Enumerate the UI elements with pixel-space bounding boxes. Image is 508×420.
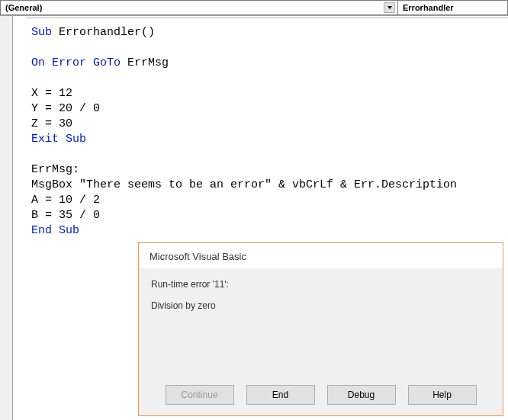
dialog-titlebar: Microsoft Visual Basic (139, 243, 503, 268)
separator-line (26, 18, 508, 18)
object-dropdown-value: (General) (5, 3, 42, 12)
procedure-dropdown[interactable]: Errorhandler (397, 0, 508, 15)
code-line: Z = 30 (31, 117, 72, 130)
error-dialog: Microsoft Visual Basic Run-time error '1… (138, 242, 503, 416)
keyword: Exit Sub (31, 133, 86, 146)
keyword: End Sub (31, 224, 79, 237)
object-dropdown[interactable]: (General) (0, 0, 397, 15)
code-line: B = 35 / 0 (31, 209, 100, 222)
dropdown-toolbar: (General) Errorhandler (0, 0, 508, 16)
keyword: On Error GoTo (31, 56, 127, 69)
code-line: ErrMsg: (31, 163, 79, 176)
code-line: X = 12 (31, 87, 72, 100)
code-line: A = 10 / 2 (31, 194, 100, 207)
continue-button: Continue (166, 385, 234, 405)
code-line: MsgBox "There seems to be an error" & vb… (31, 178, 464, 191)
keyword: Sub (31, 26, 59, 39)
label: ErrMsg (127, 56, 169, 69)
editor-gutter (0, 16, 13, 420)
error-description: Division by zero (151, 300, 490, 311)
identifier: Errorhandler() (59, 26, 155, 39)
code-line: Y = 20 / 0 (31, 102, 100, 115)
dialog-body: Run-time error '11': Division by zero (139, 268, 503, 332)
dialog-button-row: Continue End Debug Help (139, 385, 503, 405)
dialog-title: Microsoft Visual Basic (150, 251, 492, 262)
error-number: Run-time error '11': (151, 279, 490, 290)
code-text[interactable]: Sub Errorhandler() On Error GoTo ErrMsg … (13, 24, 508, 239)
debug-button[interactable]: Debug (327, 385, 396, 405)
end-button[interactable]: End (246, 385, 315, 405)
help-button[interactable]: Help (408, 385, 477, 405)
chevron-down-icon[interactable] (384, 2, 395, 13)
procedure-dropdown-value: Errorhandler (403, 3, 454, 12)
